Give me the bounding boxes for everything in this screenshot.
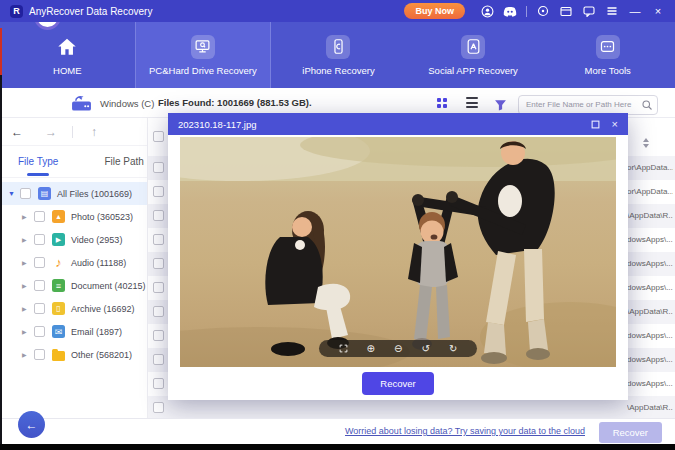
tree-item-archive[interactable]: ▶ ▯ Archive (16692) <box>0 297 147 320</box>
checkbox[interactable] <box>34 257 45 268</box>
checkbox[interactable] <box>34 211 45 222</box>
select-all-checkbox[interactable] <box>153 131 164 142</box>
tab-iphone-recovery[interactable]: iPhone Recovery <box>271 22 406 88</box>
up-arrow-icon[interactable]: ↑ <box>77 125 111 139</box>
expand-icon[interactable]: ▶ <box>22 213 34 220</box>
collapse-icon[interactable]: ▼ <box>8 190 20 197</box>
checkbox[interactable] <box>153 330 164 341</box>
checkbox[interactable] <box>153 210 164 221</box>
sidebar-tabs: File Type File Path <box>0 146 147 178</box>
pc-search-icon <box>191 35 215 59</box>
checkbox[interactable] <box>153 354 164 365</box>
expand-icon[interactable]: ▶ <box>22 259 34 266</box>
modal-header[interactable]: 202310.18-117.jpg × <box>168 113 628 135</box>
search-icon[interactable] <box>641 97 653 115</box>
file-type-tree: ▼ ▤ All Files (1001669) ▶ ▲ Photo (36052… <box>0 178 147 366</box>
checkbox[interactable] <box>153 258 164 269</box>
folder-icon[interactable] <box>559 4 573 18</box>
modal-close-icon[interactable]: × <box>612 119 618 130</box>
minimize-icon[interactable]: — <box>628 4 642 18</box>
social-app-icon <box>461 35 485 59</box>
tab-file-type[interactable]: File Type <box>16 147 60 176</box>
cloud-save-link[interactable]: Worried about losing data? Try saving yo… <box>345 426 585 436</box>
tab-pc-hard-drive-recovery[interactable]: PC&Hard Drive Recovery <box>135 22 272 88</box>
video-icon: ▶ <box>52 233 65 246</box>
left-edge-black <box>0 75 2 444</box>
tree-item-email[interactable]: ▶ ✉ Email (1897) <box>0 320 147 343</box>
titlebar-divider <box>526 6 527 17</box>
checkbox[interactable] <box>34 349 45 360</box>
drive-label: Windows (C) <box>100 98 154 109</box>
modal-footer: Recover <box>168 367 628 400</box>
tree-item-other[interactable]: ▶ Other (568201) <box>0 343 147 366</box>
buy-now-button[interactable]: Buy Now <box>404 3 465 19</box>
checkbox[interactable] <box>153 306 164 317</box>
app-logo-icon: R <box>10 5 23 18</box>
forward-arrow-icon[interactable]: → <box>34 125 68 139</box>
feedback-icon[interactable] <box>582 4 596 18</box>
drive-icon <box>70 95 93 116</box>
sort-icon[interactable] <box>643 138 650 148</box>
tab-social-app-recovery[interactable]: Social APP Recovery <box>406 22 541 88</box>
account-icon[interactable] <box>480 4 494 18</box>
tree-item-audio[interactable]: ▶ ♪ Audio (11188) <box>0 251 147 274</box>
rotate-right-icon[interactable]: ↻ <box>449 344 457 354</box>
checkbox[interactable] <box>20 188 31 199</box>
support-icon[interactable] <box>536 4 550 18</box>
tree-item-video[interactable]: ▶ ▶ Video (2953) <box>0 228 147 251</box>
iphone-icon <box>326 35 350 59</box>
menu-icon[interactable] <box>605 4 619 18</box>
checkbox[interactable] <box>34 326 45 337</box>
tab-home-label: HOME <box>53 65 82 76</box>
checkbox[interactable] <box>34 280 45 291</box>
folder-icon <box>52 351 65 361</box>
arrow-divider <box>72 126 73 138</box>
tree-item-all-files[interactable]: ▼ ▤ All Files (1001669) <box>0 182 147 205</box>
back-arrow-icon[interactable]: ← <box>0 125 34 139</box>
discord-icon[interactable] <box>503 4 517 18</box>
checkbox[interactable] <box>153 282 164 293</box>
app-title: AnyRecover Data Recovery <box>29 6 152 17</box>
checkbox[interactable] <box>153 402 164 413</box>
document-icon: ≡ <box>52 279 65 292</box>
checkbox[interactable] <box>34 303 45 314</box>
photo-icon: ▲ <box>52 210 65 223</box>
all-files-icon: ▤ <box>38 187 51 200</box>
zoom-in-icon[interactable]: ⊕ <box>367 344 375 354</box>
checkbox[interactable] <box>34 234 45 245</box>
search-input[interactable] <box>518 95 658 115</box>
tab-pc-label: PC&Hard Drive Recovery <box>149 65 257 76</box>
checkbox[interactable] <box>153 234 164 245</box>
footer-bar: ← Worried about losing data? Try saving … <box>0 418 675 444</box>
rotate-left-icon[interactable]: ↺ <box>422 344 430 354</box>
tree-nav-arrows: ← → ↑ <box>0 118 147 146</box>
expand-icon[interactable]: ▶ <box>22 351 34 358</box>
checkbox[interactable] <box>153 186 164 197</box>
expand-icon[interactable]: ▶ <box>22 236 34 243</box>
tab-file-path[interactable]: File Path <box>102 147 145 176</box>
grid-view-icon[interactable] <box>437 98 447 108</box>
tree-item-document[interactable]: ▶ ≡ Document (40215) <box>0 274 147 297</box>
tab-more-tools[interactable]: More Tools <box>540 22 675 88</box>
list-view-icon[interactable] <box>466 97 478 111</box>
maximize-icon[interactable] <box>591 120 600 129</box>
checkbox[interactable] <box>153 378 164 389</box>
tab-iphone-label: iPhone Recovery <box>302 65 374 76</box>
bottom-edge <box>0 444 675 450</box>
checkbox[interactable] <box>153 162 164 173</box>
tab-home[interactable]: HOME <box>0 22 135 88</box>
modal-recover-button[interactable]: Recover <box>362 372 433 395</box>
tree-item-photo[interactable]: ▶ ▲ Photo (360523) <box>0 205 147 228</box>
fullscreen-icon[interactable] <box>339 344 348 353</box>
expand-icon[interactable]: ▶ <box>22 305 34 312</box>
main-nav: HOME PC&Hard Drive Recovery iPhone Recov… <box>0 22 675 88</box>
audio-icon: ♪ <box>52 256 65 269</box>
zoom-out-icon[interactable]: ⊖ <box>394 344 402 354</box>
close-icon[interactable]: × <box>651 4 665 18</box>
back-button[interactable]: ← <box>18 411 45 438</box>
expand-icon[interactable]: ▶ <box>22 328 34 335</box>
footer-recover-button[interactable]: Recover <box>599 422 662 443</box>
expand-icon[interactable]: ▶ <box>22 282 34 289</box>
sidebar: ← → ↑ File Type File Path ▼ ▤ All Files … <box>0 118 148 418</box>
search-box <box>518 93 658 113</box>
